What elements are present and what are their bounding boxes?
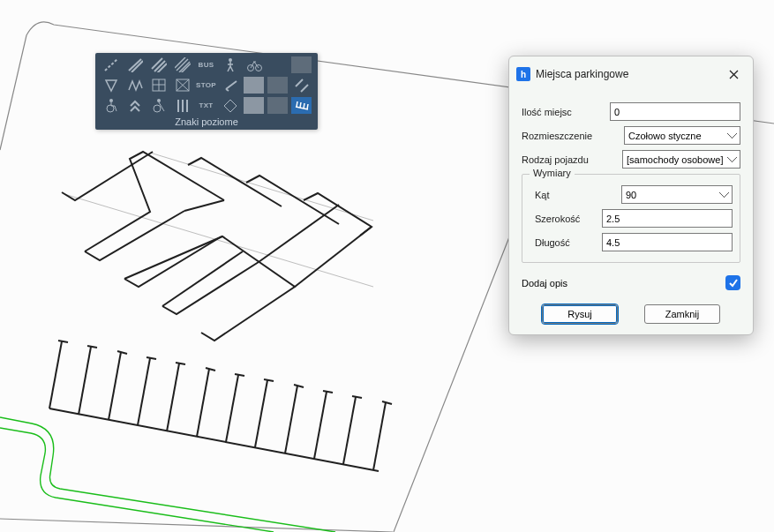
svg-line-18: [206, 368, 215, 371]
tool-swatch-dark2-icon[interactable]: [267, 97, 288, 114]
tool-pedestrian-icon[interactable]: [220, 56, 240, 73]
svg-line-24: [382, 401, 392, 404]
svg-line-16: [147, 357, 156, 359]
guide-line-angled: [150, 153, 373, 221]
svg-line-6: [197, 369, 209, 437]
svg-line-17: [176, 363, 185, 364]
svg-line-13: [58, 341, 68, 342]
tool-wheelchair2-icon[interactable]: [101, 97, 121, 114]
svg-line-23: [352, 396, 362, 398]
add-desc-label: Dodaj opis: [522, 278, 567, 288]
toolbar-title: Znaki poziome: [101, 114, 312, 128]
tool-zigzag-icon[interactable]: [124, 77, 145, 94]
tool-stripe-c-icon[interactable]: [172, 56, 192, 73]
length-label: Długość: [535, 237, 597, 248]
vehicle-label: Rodzaj pojazdu: [522, 154, 617, 165]
tool-crossbox-icon[interactable]: [172, 77, 192, 94]
svg-line-0: [49, 408, 379, 471]
dimensions-group: Wymiary Kąt 90 Szerokość Długość: [522, 174, 740, 263]
svg-line-21: [294, 385, 304, 387]
svg-line-9: [285, 386, 297, 453]
svg-line-8: [255, 380, 267, 447]
svg-line-46: [301, 85, 308, 92]
svg-line-5: [167, 363, 179, 431]
svg-line-4: [138, 358, 150, 425]
vehicle-select[interactable]: [samochody osobowe]: [622, 150, 740, 169]
tool-diag-double-icon[interactable]: [291, 77, 312, 94]
layout-select[interactable]: Czołowo styczne: [624, 126, 740, 145]
dimensions-group-title: Wymiary: [530, 168, 575, 178]
length-input[interactable]: [602, 233, 733, 251]
svg-line-56: [297, 101, 297, 107]
angle-label: Kąt: [535, 190, 616, 200]
stalls-angled: [62, 152, 372, 341]
close-button[interactable]: Zamknij: [644, 304, 720, 324]
tool-swatch-dark-icon[interactable]: [267, 77, 288, 94]
tool-grid-icon[interactable]: [148, 77, 169, 94]
svg-point-49: [157, 99, 161, 102]
svg-line-59: [307, 104, 308, 109]
tool-vstripes-icon[interactable]: [172, 97, 192, 114]
tool-parking-lines-icon[interactable]: [291, 97, 312, 114]
draw-button[interactable]: Rysuj: [542, 304, 618, 324]
svg-line-58: [304, 103, 304, 109]
app-icon: h: [516, 67, 530, 81]
parking-dialog: h Miejsca parkingowe Ilość miejsc Rozmie…: [508, 56, 754, 335]
svg-marker-38: [106, 80, 116, 91]
tool-stop-icon[interactable]: STOP: [196, 77, 216, 94]
width-input[interactable]: [602, 209, 733, 228]
tool-swatch-light2-icon[interactable]: [244, 97, 264, 114]
width-label: Szerokość: [535, 214, 597, 224]
stalls-straight: [49, 341, 392, 471]
svg-point-35: [229, 58, 232, 62]
tool-swatch-a-icon[interactable]: [291, 56, 312, 73]
tool-accessibility-icon[interactable]: [148, 97, 169, 114]
road-island: [0, 417, 335, 532]
svg-line-3: [109, 352, 121, 420]
svg-line-7: [226, 375, 238, 442]
count-input[interactable]: [610, 102, 740, 121]
svg-line-1: [49, 341, 62, 408]
tool-chevrons-icon[interactable]: [124, 97, 145, 114]
svg-line-55: [296, 107, 308, 109]
tool-dashes-icon[interactable]: [101, 56, 121, 73]
svg-line-25: [105, 59, 117, 71]
guide-line-top: [64, 194, 373, 287]
tool-bicycle-icon[interactable]: [244, 56, 264, 73]
svg-point-47: [109, 99, 113, 102]
svg-point-50: [154, 105, 161, 112]
svg-line-57: [300, 102, 301, 108]
svg-line-10: [314, 392, 327, 459]
tool-stripe-b-icon[interactable]: [148, 56, 169, 73]
svg-line-15: [117, 351, 127, 354]
svg-line-22: [323, 391, 333, 393]
svg-line-28: [152, 58, 162, 69]
tool-bus-icon[interactable]: BUS: [196, 56, 216, 73]
svg-line-12: [373, 402, 386, 470]
add-desc-checkbox[interactable]: [725, 275, 740, 290]
dialog-title: Miejsca parkingowe: [536, 68, 718, 80]
layout-label: Rozmieszczenie: [522, 131, 619, 141]
tool-arrow-icon[interactable]: [220, 77, 240, 94]
dialog-titlebar[interactable]: h Miejsca parkingowe: [509, 56, 753, 92]
tool-yield-icon[interactable]: [101, 77, 121, 94]
count-label: Ilość miejsc: [522, 107, 605, 117]
svg-line-45: [296, 79, 303, 86]
road-markings-toolbar[interactable]: BUS STOP TXT: [95, 53, 318, 130]
tool-txt-icon[interactable]: TXT: [196, 97, 216, 114]
svg-line-14: [87, 346, 97, 348]
svg-line-11: [343, 397, 356, 464]
tool-diamond-icon[interactable]: [220, 97, 240, 114]
svg-line-2: [79, 347, 91, 415]
svg-marker-54: [224, 100, 237, 112]
angle-select[interactable]: 90: [621, 185, 733, 204]
tool-swatch-light-icon[interactable]: [244, 77, 264, 94]
svg-line-20: [264, 379, 274, 381]
svg-line-19: [235, 374, 244, 376]
tool-stripe-a-icon[interactable]: [124, 56, 145, 73]
close-icon[interactable]: [723, 64, 744, 85]
